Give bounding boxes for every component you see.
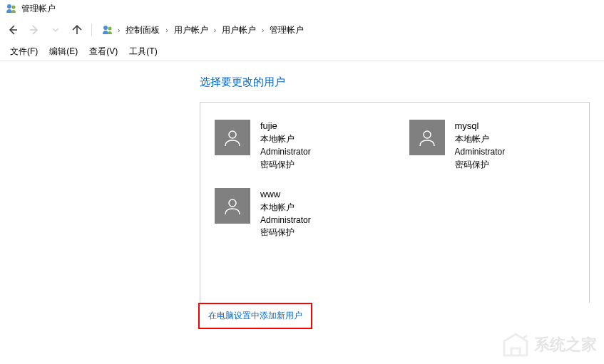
menu-view[interactable]: 查看(V): [85, 43, 122, 60]
account-role: Administrator: [455, 146, 506, 158]
chevron-right-icon[interactable]: ›: [213, 26, 217, 34]
recent-dropdown[interactable]: [48, 23, 63, 37]
account-name: www: [260, 188, 311, 201]
breadcrumb-item-user-accounts-sub[interactable]: 用户帐户: [220, 23, 257, 38]
users-icon: [102, 24, 113, 36]
avatar: [409, 120, 445, 155]
account-role: Administrator: [260, 214, 311, 227]
account-item[interactable]: www 本地帐户 Administrator 密码保护: [215, 188, 381, 239]
account-info: www 本地帐户 Administrator 密码保护: [260, 188, 311, 239]
svg-point-3: [108, 27, 112, 31]
account-role: Administrator: [260, 146, 311, 158]
add-user-highlight: 在电脑设置中添加新用户: [198, 301, 590, 329]
account-item[interactable]: mysql 本地帐户 Administrator 密码保护: [409, 120, 575, 171]
users-icon: [6, 3, 17, 14]
breadcrumb-item-control-panel[interactable]: 控制面板: [124, 23, 161, 38]
account-type: 本地帐户: [260, 133, 311, 145]
avatar: [215, 188, 250, 224]
accounts-container: fujie 本地帐户 Administrator 密码保护 mysql 本地帐户…: [200, 102, 590, 303]
forward-button[interactable]: [27, 23, 41, 37]
svg-point-0: [7, 4, 11, 9]
chevron-right-icon[interactable]: ›: [260, 26, 265, 34]
account-item[interactable]: fujie 本地帐户 Administrator 密码保护: [215, 120, 381, 171]
account-info: mysql 本地帐户 Administrator 密码保护: [455, 120, 506, 171]
separator: [91, 24, 92, 36]
window-title: 管理帐户: [21, 3, 56, 15]
title-bar: 管理帐户: [0, 0, 604, 17]
up-button[interactable]: [70, 23, 84, 37]
svg-point-6: [229, 199, 236, 207]
chevron-right-icon[interactable]: ›: [116, 26, 121, 34]
account-info: fujie 本地帐户 Administrator 密码保护: [260, 120, 311, 171]
svg-point-4: [229, 131, 236, 138]
menu-edit[interactable]: 编辑(E): [45, 43, 82, 60]
menu-tools[interactable]: 工具(T): [125, 43, 161, 60]
breadcrumb-item-user-accounts[interactable]: 用户帐户: [173, 23, 210, 38]
account-protection: 密码保护: [455, 159, 506, 171]
avatar: [215, 120, 250, 155]
content-area: 选择要更改的用户 fujie 本地帐户 Administrator 密码保护: [0, 61, 604, 343]
account-protection: 密码保护: [260, 227, 311, 239]
chevron-right-icon[interactable]: ›: [164, 26, 169, 34]
account-name: fujie: [260, 120, 311, 132]
add-user-link[interactable]: 在电脑设置中添加新用户: [198, 303, 312, 329]
account-type: 本地帐户: [260, 202, 311, 214]
back-button[interactable]: [6, 23, 20, 37]
svg-point-1: [12, 6, 16, 9]
menu-bar: 文件(F) 编辑(E) 查看(V) 工具(T): [0, 43, 604, 61]
nav-bar: › 控制面板 › 用户帐户 › 用户帐户 › 管理帐户: [0, 17, 604, 43]
account-type: 本地帐户: [455, 133, 506, 145]
account-name: mysql: [455, 120, 506, 132]
svg-point-5: [424, 131, 431, 138]
svg-point-2: [103, 26, 108, 30]
page-heading: 选择要更改的用户: [200, 76, 590, 89]
breadcrumb-item-manage-accounts[interactable]: 管理帐户: [268, 23, 305, 38]
account-protection: 密码保护: [260, 159, 311, 171]
breadcrumb: › 控制面板 › 用户帐户 › 用户帐户 › 管理帐户: [99, 21, 308, 39]
accounts-grid: fujie 本地帐户 Administrator 密码保护 mysql 本地帐户…: [215, 120, 575, 239]
menu-file[interactable]: 文件(F): [6, 43, 42, 60]
